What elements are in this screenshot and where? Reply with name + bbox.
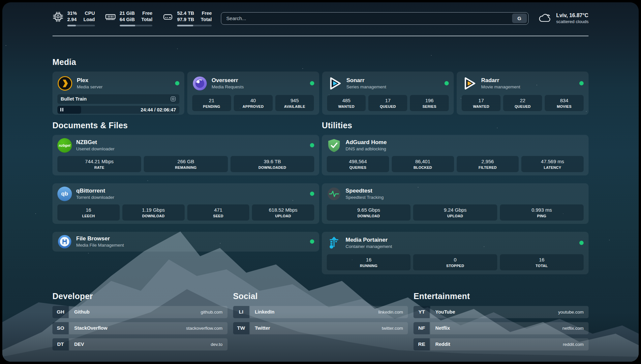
link-netflix[interactable]: NF Netflix netflix.com — [413, 322, 589, 334]
stat-tile: 266 GB REMAINING — [144, 156, 228, 172]
stat-tile: 21 PENDING — [192, 95, 231, 111]
cpu-icon — [52, 10, 64, 24]
status-online-dot — [444, 81, 449, 85]
ram-values: 21 GiB64 GiB — [120, 10, 135, 23]
stat-tile: 40 APPROVED — [234, 95, 273, 111]
search-input[interactable] — [221, 12, 528, 25]
app-subtitle: Media Requests — [212, 84, 244, 90]
stat-tile: 22 QUEUED — [503, 95, 542, 111]
link-github[interactable]: GH Github github.com — [52, 306, 228, 318]
app-subtitle: Media server — [77, 84, 103, 90]
adguard-icon — [327, 138, 341, 153]
app-card-qbittorrent[interactable]: qb qBittorrent Torrent downloader 16 LEE… — [52, 183, 319, 224]
search-engine-button[interactable]: G — [512, 14, 527, 23]
section-utilities: Utilities AdGuard — [322, 121, 589, 274]
app-name: Speedtest — [346, 187, 384, 195]
status-online-dot — [310, 239, 314, 244]
app-card-media-portainer[interactable]: Media Portainer Container management 16 … — [322, 232, 589, 274]
youtube-abbr-icon: YT — [413, 306, 430, 318]
app-card-overseerr[interactable]: Overseerr Media Requests 21 PENDING 40 A… — [187, 72, 319, 115]
session-camera-icon[interactable] — [170, 96, 176, 102]
cloud-icon — [538, 12, 552, 25]
pause-icon[interactable] — [60, 108, 63, 111]
stat-tile: 9.24 Gbps UPLOAD — [413, 204, 497, 221]
stat-tile: 618.52 Mbps UPLOAD — [252, 204, 314, 221]
status-online-dot — [579, 81, 584, 85]
app-card-speedtest[interactable]: Speedtest Speedtest Tracking 9.65 Gbps D… — [322, 183, 589, 224]
section-entertainment: Entertainment YT YouTube youtube.com NF … — [413, 291, 589, 350]
stat-tile: 498,564 QUERIES — [327, 156, 389, 172]
playback-time: 24:44 / 02:06:47 — [141, 106, 176, 114]
section-media: Media Plex Media server — [52, 57, 589, 115]
app-subtitle: Container management — [346, 244, 392, 250]
stat-tile: 86,401 BLOCKED — [392, 156, 454, 172]
dashboard-screen: 31%2.94 CPULoad — [2, 2, 639, 362]
stat-tile: 16 LEECH — [57, 204, 120, 221]
twitter-abbr-icon: TW — [233, 322, 249, 334]
app-card-plex[interactable]: Plex Media server Bullet Train — [52, 72, 184, 115]
cpu-stat: 31%2.94 CPULoad — [52, 10, 95, 26]
speedtest-icon — [327, 187, 341, 201]
radarr-icon — [462, 76, 477, 91]
link-stackoverflow[interactable]: SO StackOverflow stackoverflow.com — [52, 322, 228, 334]
device-frame: 31%2.94 CPULoad — [0, 0, 641, 364]
app-name: Radarr — [481, 77, 520, 84]
portainer-icon — [327, 236, 341, 250]
cpu-progress-bar — [67, 25, 95, 26]
entertainment-section-title: Entertainment — [413, 291, 589, 301]
stat-tile: 17 WANTED — [462, 95, 501, 111]
github-abbr-icon: GH — [52, 306, 69, 318]
link-reddit[interactable]: RE Reddit reddit.com — [413, 338, 589, 350]
app-name: Overseerr — [212, 77, 244, 84]
app-name: AdGuard Home — [346, 139, 387, 146]
stat-tile: 485 WANTED — [327, 95, 366, 111]
link-dev[interactable]: DT DEV dev.to — [52, 338, 228, 350]
status-online-dot — [310, 143, 314, 147]
stat-tile: 16 RUNNING — [327, 254, 411, 270]
documents-section-title: Documents & Files — [52, 121, 319, 130]
app-card-sonarr[interactable]: Sonarr Series management 485 WANTED 17 Q… — [322, 72, 454, 115]
app-card-file-browser[interactable]: File Browser Media File Management — [52, 232, 319, 252]
status-online-dot — [310, 192, 314, 196]
app-name: File Browser — [76, 235, 124, 242]
app-name: qBittorrent — [76, 187, 114, 195]
ram-icon — [105, 10, 116, 24]
now-playing-row: Bullet Train — [57, 94, 179, 104]
file-browser-icon — [57, 234, 72, 249]
app-name: Media Portainer — [346, 236, 392, 244]
stat-tile: 744.21 Mbps RATE — [57, 156, 141, 172]
weather-condition: scattered clouds — [556, 19, 589, 25]
weather-widget[interactable]: Lviv, 16.87°C scattered clouds — [538, 12, 589, 25]
plex-icon — [57, 76, 73, 91]
stat-tile: 47.569 ms LATENCY — [521, 156, 584, 172]
cpu-values: 31%2.94 — [67, 10, 77, 23]
disk-labels: FreeTotal — [201, 10, 212, 23]
app-subtitle: DNS and adblocking — [346, 146, 387, 152]
netflix-abbr-icon: NF — [413, 322, 430, 334]
social-section-title: Social — [233, 291, 408, 301]
link-linkedin[interactable]: LI LinkedIn linkedin.com — [233, 306, 408, 318]
reddit-abbr-icon: RE — [413, 338, 430, 350]
app-card-radarr[interactable]: Radarr Movie management 17 WANTED 22 QUE… — [457, 72, 589, 115]
nzbget-icon: nzbget — [57, 138, 72, 153]
section-developer: Developer GH Github github.com SO StackO… — [52, 291, 228, 350]
app-card-nzbget[interactable]: nzbget NZBGet Usenet downloader 744.21 M… — [52, 135, 319, 175]
status-online-dot — [175, 81, 179, 85]
app-subtitle: Usenet downloader — [76, 146, 114, 152]
app-subtitle: Speedtest Tracking — [346, 195, 384, 200]
qbittorrent-icon: qb — [57, 187, 72, 201]
stat-tile: 1.19 Gbps DOWNLOAD — [122, 204, 185, 221]
stackoverflow-abbr-icon: SO — [52, 322, 69, 334]
app-card-adguard-home[interactable]: AdGuard Home DNS and adblocking 498,564 … — [322, 135, 589, 175]
ram-labels: FreeTotal — [141, 10, 153, 23]
link-youtube[interactable]: YT YouTube youtube.com — [413, 306, 589, 318]
disk-progress-bar — [177, 25, 212, 26]
sonarr-icon — [327, 76, 342, 91]
stat-tile: 0 STOPPED — [413, 254, 497, 270]
header-divider — [52, 36, 589, 36]
app-name: Plex — [77, 77, 103, 84]
top-bar: 31%2.94 CPULoad — [52, 2, 589, 26]
link-twitter[interactable]: TW Twitter twitter.com — [233, 322, 408, 334]
system-stats-group: 31%2.94 CPULoad — [52, 10, 212, 26]
section-social: Social LI LinkedIn linkedin.com TW Twitt… — [233, 291, 408, 350]
